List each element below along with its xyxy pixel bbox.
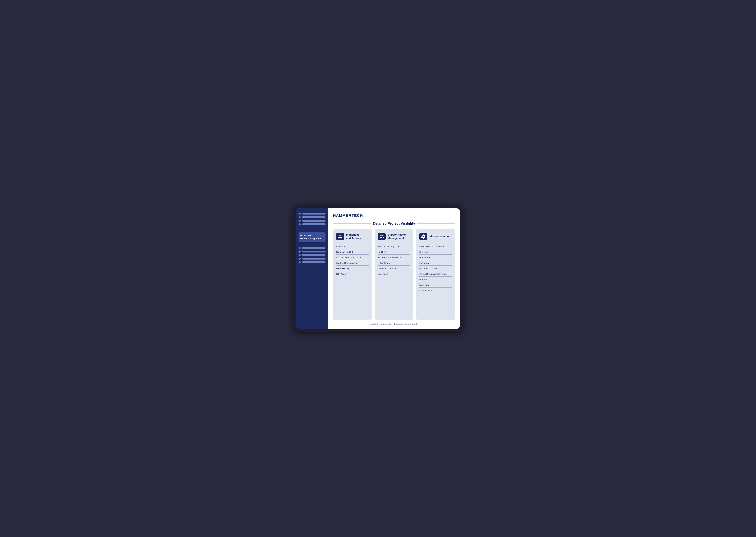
sidebar-item-6[interactable] — [298, 251, 326, 253]
item-work-history: Work History — [336, 266, 369, 271]
card-subcontractor: SubcontractorManagement SWMS & Safety Pl… — [375, 229, 414, 320]
sidebar-bar — [302, 213, 326, 215]
sidebar-item-3[interactable] — [298, 220, 326, 222]
section-title: Detailed Project Visibility — [373, 222, 415, 226]
sidebar-dot — [298, 258, 301, 260]
list-item: ITPs & Defects — [419, 288, 452, 293]
list-item: Labor Hours — [378, 260, 410, 266]
list-item: Site Diary — [419, 249, 452, 255]
title-line-left — [333, 223, 371, 224]
subcontractor-icon — [378, 232, 386, 240]
sidebar-bar — [302, 261, 326, 263]
item-sign-in: Sign In/Sign Out — [336, 249, 369, 254]
device-inner: ProactiveHSEQ Management — [296, 208, 460, 329]
item-corrective-actions: Corrective Actions — [378, 266, 410, 271]
sidebar-item-2[interactable] — [298, 216, 326, 218]
list-item: Inductions — [336, 244, 369, 249]
sidebar-dot — [298, 223, 301, 225]
item-meetings: Meetings — [419, 282, 452, 287]
sidebar-dot — [298, 251, 301, 253]
site-title: Site Management — [429, 235, 451, 238]
card-inductions-header: Inductionsand Access — [336, 232, 369, 240]
main-content: HAMMERTECH Detailed Project Visibility — [328, 208, 460, 329]
sidebar-bottom-menu — [298, 247, 326, 263]
sidebar-bar — [302, 251, 326, 252]
list-item: Progress Tracking — [419, 266, 452, 271]
inductions-items: Inductions Sign In/Sign Out Qualificatio… — [336, 244, 369, 276]
site-svg — [421, 234, 425, 239]
subcontractor-items: SWMS & Safety Plans (M)SDSs Meetings & T… — [378, 244, 410, 276]
item-equipment: Equipment — [419, 255, 452, 260]
sidebar-top-menu — [298, 213, 326, 225]
site-items: Inspections & Checklists Site Diary Equi… — [419, 244, 452, 293]
list-item: Equipment — [419, 255, 452, 260]
footer-row: Leading • Midstream • Lagging Data Insig… — [333, 323, 455, 325]
sidebar-bar — [302, 216, 326, 218]
sidebar-bar — [302, 224, 326, 225]
list-item: Qualifications and Training — [336, 255, 369, 260]
list-item: Meetings & Toolbox Talks — [378, 255, 410, 260]
sidebar-bar — [302, 247, 326, 249]
sidebar: ProactiveHSEQ Management — [296, 208, 328, 329]
cards-container: Inductionsand Access Inductions Sign In/… — [333, 229, 455, 320]
sidebar-dot — [298, 220, 301, 222]
card-subcontractor-header: SubcontractorManagement — [378, 232, 410, 240]
item-crane-boards: Crane Boards & Deliveries — [419, 271, 452, 276]
card-site-header: Site Management — [419, 232, 452, 240]
sidebar-dot — [298, 213, 301, 215]
item-site-diary: Site Diary — [419, 249, 452, 254]
device-frame: ProactiveHSEQ Management — [293, 205, 463, 332]
item-worker-demographics: Worker Demographics — [336, 260, 369, 266]
inductions-svg — [338, 234, 342, 239]
sidebar-item-9[interactable] — [298, 261, 326, 263]
inductions-icon — [336, 232, 344, 240]
item-meetings-toolbox: Meetings & Toolbox Talks — [378, 255, 410, 260]
sidebar-active-section[interactable]: ProactiveHSEQ Management — [298, 232, 326, 242]
sidebar-active-label: ProactiveHSEQ Management — [300, 234, 324, 240]
sidebar-dot — [298, 216, 301, 218]
item-progress-tracking: Progress Tracking — [419, 266, 452, 271]
card-site: Site Management Inspections & Checklists… — [416, 229, 455, 320]
list-item: Worker Demographics — [336, 260, 369, 266]
item-qualifications: Qualifications and Training — [336, 255, 369, 260]
sidebar-bar — [302, 254, 326, 256]
item-labor-hours: Labor Hours — [378, 260, 410, 266]
inductions-title: Inductionsand Access — [346, 233, 361, 240]
list-item: Incidents — [419, 260, 452, 266]
list-item: Permits — [419, 276, 452, 282]
footer-text: Leading • Midstream • Lagging Data Insig… — [370, 323, 418, 325]
sidebar-dot — [298, 247, 301, 249]
item-msdss: (M)SDSs — [378, 249, 410, 254]
item-inductions: Inductions — [336, 244, 369, 249]
title-line-right — [417, 223, 455, 224]
sidebar-dot — [298, 261, 301, 263]
section-title-row: Detailed Project Visibility — [333, 222, 455, 226]
sidebar-item-5[interactable] — [298, 247, 326, 249]
subcontractor-title: SubcontractorManagement — [388, 233, 406, 240]
sidebar-item-4[interactable] — [298, 223, 326, 225]
sidebar-dot — [298, 254, 301, 256]
card-inductions: Inductionsand Access Inductions Sign In/… — [333, 229, 372, 320]
list-item: Site Access — [336, 271, 369, 276]
item-inspections: Inspections & Checklists — [419, 244, 452, 249]
sidebar-item-1[interactable] — [298, 213, 326, 215]
footer-line-right — [421, 324, 455, 324]
list-item: (M)SDSs — [378, 249, 410, 255]
footer-line-left — [333, 324, 368, 324]
list-item: Crane Boards & Deliveries — [419, 271, 452, 276]
sidebar-item-7[interactable] — [298, 254, 326, 256]
list-item: Work History — [336, 266, 369, 271]
list-item: Meetings — [419, 282, 452, 288]
list-item: Corrective Actions — [378, 266, 410, 271]
sidebar-bar — [302, 220, 326, 222]
logo: HAMMERTECH — [333, 213, 363, 218]
list-item: SWMS & Safety Plans — [378, 244, 410, 249]
sidebar-bar — [302, 258, 326, 260]
header: HAMMERTECH — [333, 213, 455, 218]
item-permits: Permits — [419, 276, 452, 282]
sidebar-item-8[interactable] — [298, 258, 326, 260]
item-insurances: Insurances — [378, 271, 410, 276]
list-item: Sign In/Sign Out — [336, 249, 369, 255]
list-item: Inspections & Checklists — [419, 244, 452, 249]
site-icon — [419, 232, 427, 240]
